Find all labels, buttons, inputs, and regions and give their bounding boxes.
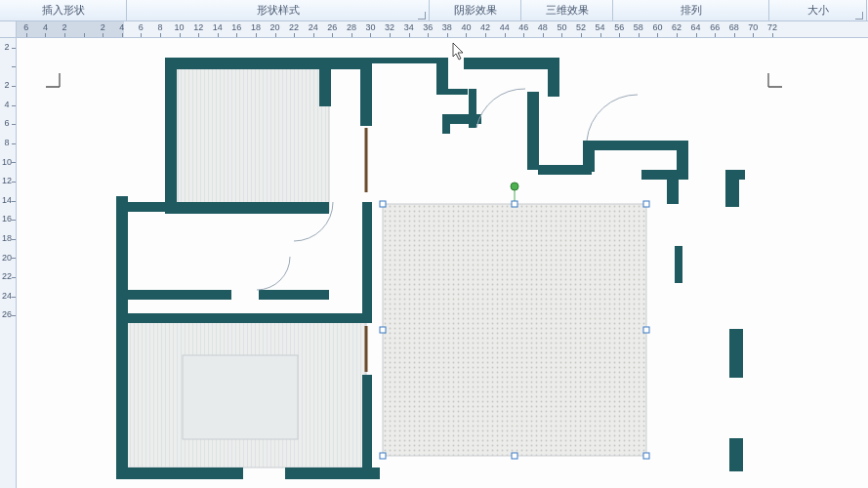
ruler-v-tick-6: 10 [0,153,16,173]
svg-rect-38 [116,468,243,479]
ribbon-group-label: 阴影效果 [454,3,497,18]
svg-rect-39 [285,468,369,479]
dialog-launcher-icon[interactable] [418,12,426,20]
selected-pattern-rect[interactable] [383,204,646,456]
svg-rect-33 [259,290,329,300]
ruler-h-tick-22: 38 [437,21,457,37]
ribbon-group-label: 大小 [807,3,829,18]
ruler-corner [0,21,17,38]
ruler-v-tick-0: 2 [0,38,16,58]
drawing-canvas[interactable] [17,38,868,488]
ruler-h-tick-7: 8 [150,21,170,37]
ribbon: 插入形状形状样式阴影效果三维效果排列大小 [0,0,868,21]
svg-rect-19 [583,141,595,172]
handle-mr[interactable] [643,327,649,333]
svg-rect-6 [319,58,331,106]
ruler-h-tick-14: 22 [284,21,304,37]
ruler-h-tick-0: 6 [17,21,36,37]
handle-tl[interactable] [380,201,386,207]
ribbon-group-label: 插入形状 [42,3,85,18]
ruler-h-tick-24: 42 [475,21,495,37]
ribbon-group-5[interactable]: 大小 [769,0,867,20]
svg-rect-15 [548,58,559,97]
ruler-h-tick-2: 2 [55,21,74,37]
ruler-h-tick-25: 44 [495,21,515,37]
ruler-vertical[interactable]: 22468101214161820222426 [0,38,17,488]
ruler-h-tick-13: 20 [266,21,285,37]
svg-rect-28 [729,438,743,471]
floor-plan-svg[interactable] [17,38,868,488]
ruler-h-tick-38: 70 [744,21,764,37]
ruler-h-tick-34: 62 [667,21,686,37]
door-arc-3 [476,89,525,128]
ruler-h-tick-3 [74,21,94,37]
ruler-v-tick-2: 2 [0,76,16,96]
ruler-h-tick-20: 34 [399,21,419,37]
svg-rect-29 [165,202,329,214]
svg-rect-26 [725,170,745,180]
cursor-pointer [453,43,463,60]
svg-rect-34 [116,313,370,323]
ribbon-group-label: 排列 [681,3,702,18]
dialog-launcher-icon[interactable] [855,12,863,20]
handle-bm[interactable] [512,453,517,459]
ribbon-group-1[interactable]: 形状样式 [127,0,430,20]
ruler-h-tick-4: 2 [93,21,112,37]
svg-rect-4 [165,58,177,214]
ruler-v-tick-10: 18 [0,229,16,249]
rotate-handle[interactable] [511,183,518,190]
svg-rect-16 [469,89,476,128]
ruler-v-tick-11: 20 [0,249,16,268]
svg-rect-10 [436,58,448,95]
door-arc-4 [587,95,638,141]
handle-br[interactable] [643,453,649,459]
handle-bl[interactable] [380,453,386,459]
ribbon-group-0[interactable]: 插入形状 [0,0,127,20]
ruler-horizontal[interactable]: 6422468101214161820222426283032343638404… [17,21,868,38]
ruler-h-tick-29: 52 [571,21,591,37]
ruler-h-tick-5: 4 [112,21,132,37]
room-top-left[interactable] [178,67,329,212]
ruler-h-tick-17: 28 [342,21,361,37]
ruler-h-tick-37: 68 [724,21,744,37]
svg-rect-31 [116,202,173,212]
handle-tr[interactable] [643,201,649,207]
svg-rect-11 [448,89,468,95]
svg-rect-27 [729,329,743,378]
crop-mark-tl [46,73,60,87]
ruler-h-tick-1: 4 [36,21,56,37]
svg-rect-35 [362,202,372,323]
ruler-h-tick-27: 48 [533,21,553,37]
furniture-bed[interactable] [183,355,298,439]
ruler-h-tick-32: 58 [629,21,648,37]
svg-rect-21 [677,141,688,175]
ribbon-group-3[interactable]: 三维效果 [521,0,613,20]
svg-rect-9 [372,58,445,63]
handle-ml[interactable] [380,327,386,333]
ruler-v-tick-9: 16 [0,210,16,229]
ruler-h-tick-12: 18 [246,21,266,37]
ruler-h-tick-6: 6 [132,21,151,37]
ruler-v-tick-1 [0,58,16,77]
ruler-h-tick-10: 14 [208,21,227,37]
handle-tm[interactable] [512,201,517,207]
ribbon-group-2[interactable]: 阴影效果 [430,0,521,20]
svg-rect-22 [641,170,688,180]
ruler-h-tick-30: 54 [591,21,610,37]
ruler-h-tick-11: 16 [227,21,247,37]
ruler-v-tick-13: 24 [0,287,16,306]
ruler-v-tick-8: 14 [0,191,16,211]
ruler-h-tick-36: 66 [705,21,724,37]
svg-rect-17 [527,92,539,170]
ruler-h-tick-19: 32 [380,21,399,37]
svg-rect-30 [116,196,128,475]
ruler-h-tick-15: 24 [304,21,323,37]
ruler-h-tick-8: 10 [170,21,189,37]
ruler-h-tick-16: 26 [323,21,343,37]
ruler-v-tick-5: 8 [0,134,16,153]
ruler-v-tick-12: 22 [0,267,16,287]
ruler-h-tick-18: 30 [361,21,381,37]
svg-rect-8 [360,58,372,126]
ruler-h-tick-35: 64 [686,21,706,37]
ribbon-group-4[interactable]: 排列 [613,0,769,20]
